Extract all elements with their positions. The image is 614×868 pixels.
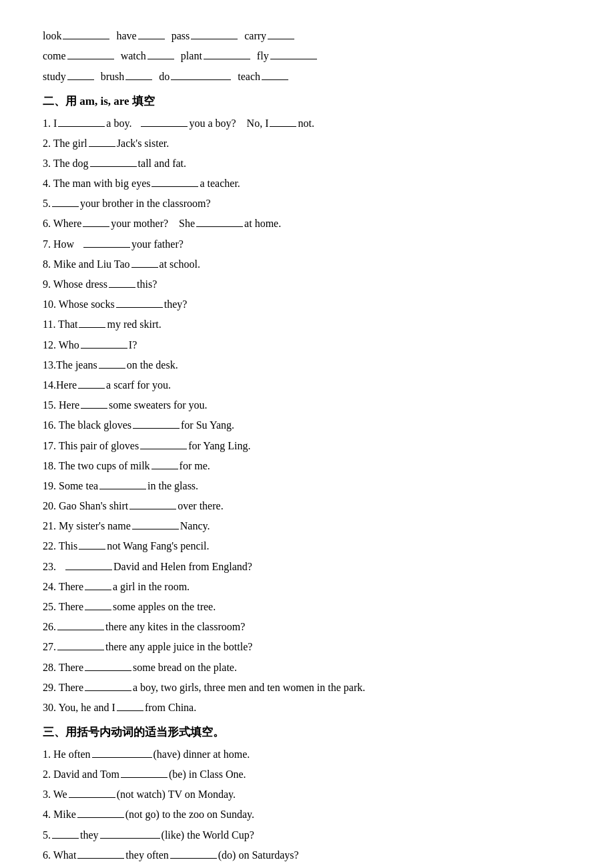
section2-item-28: 28. Theresome bread on the plate. [43,658,571,676]
word-teach: teach [238,67,290,85]
section2-item-4: 4. The man with big eyesa teacher. [43,174,571,193]
section2-item-14: 14.Herea scarf for you. [43,376,571,395]
word-plant: plant [181,47,252,65]
section2-item-24: 24. Therea girl in the room. [43,578,571,596]
section3-items: 1. He often(have) dinner at home. 2. Dav… [43,745,571,868]
section2-item-11: 11. Thatmy red skirt. [43,315,571,334]
word-study: study [43,67,95,85]
section2-item-7: 7. How your father? [43,234,571,253]
word-brush: brush [101,67,154,85]
word-rows-section: look have pass carry come watch plant fl… [43,27,571,86]
word-pass: pass [172,27,240,45]
word-carry: carry [244,27,296,45]
section2-item-5: 5.your brother in the classroom? [43,194,571,213]
section2-item-25: 25. Theresome apples on the tree. [43,598,571,616]
section3-item-4: 4. Mike(not go) to the zoo on Sunday. [43,805,571,824]
word-fly: fly [257,47,318,65]
section2-item-13: 13.The jeanson the desk. [43,356,571,375]
word-have: have [116,27,166,45]
section2-item-18: 18. The two cups of milkfor me. [43,457,571,475]
section3-item-3: 3. We(not watch) TV on Monday. [43,785,571,804]
word-look: look [43,27,111,45]
section2-item-8: 8. Mike and Liu Taoat school. [43,255,571,274]
section2-item-17: 17. This pair of glovesfor Yang Ling. [43,436,571,455]
section2-item-15: 15. Heresome sweaters for you. [43,396,571,415]
section2-item-27: 27.there any apple juice in the bottle? [43,638,571,656]
section2-item-30: 30. You, he and Ifrom China. [43,698,571,717]
section2-item-20: 20. Gao Shan's shirtover there. [43,497,571,515]
section2-item-2: 2. The girlJack's sister. [43,134,571,153]
section3-item-2: 2. David and Tom(be) in Class One. [43,765,571,784]
section3-item-6: 6. Whatthey often(do) on Saturdays? [43,846,571,865]
section2-item-3: 3. The dogtall and fat. [43,154,571,173]
section2-item-16: 16. The black glovesfor Su Yang. [43,416,571,435]
section2-item-19: 19. Some teain the glass. [43,477,571,495]
section2-item-6: 6. Whereyour mother? Sheat home. [43,214,571,233]
section3-title: 三、用括号内动词的适当形式填空。 [43,722,571,742]
section2-item-29: 29. Therea boy, two girls, three men and… [43,678,571,697]
section2-item-10: 10. Whose socksthey? [43,295,571,314]
section2-item-12: 12. WhoI? [43,335,571,354]
section2-item-9: 9. Whose dressthis? [43,275,571,294]
word-row-2: come watch plant fly [43,47,571,65]
section2-item-22: 22. Thisnot Wang Fang's pencil. [43,537,571,556]
section3-item-1: 1. He often(have) dinner at home. [43,745,571,764]
word-do: do [159,67,232,85]
section3-item-5: 5.they(like) the World Cup? [43,825,571,844]
section2-item-23: 23. David and Helen from England? [43,557,571,576]
word-watch: watch [121,47,176,65]
word-row-3: study brush do teach [43,67,571,85]
section2-item-1: 1. Ia boy. you a boy? No, Inot. [43,114,571,132]
section2-items: 1. Ia boy. you a boy? No, Inot. 2. The g… [43,114,571,717]
section2-item-26: 26.there any kites in the classroom? [43,618,571,636]
section2-title: 二、用 am, is, are 填空 [43,91,571,112]
word-row-1: look have pass carry [43,27,571,45]
word-come: come [43,47,115,65]
section2-item-21: 21. My sister's nameNancy. [43,517,571,535]
